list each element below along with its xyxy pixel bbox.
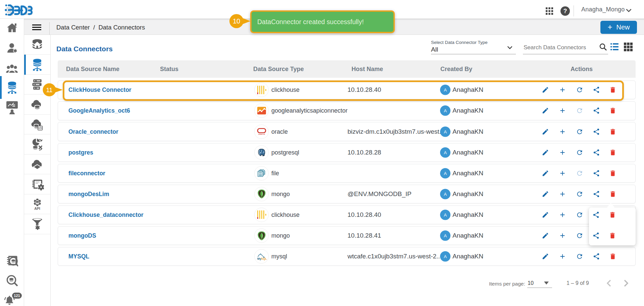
svg-text:11: 11 (46, 86, 52, 94)
svg-text:10: 10 (233, 17, 240, 25)
